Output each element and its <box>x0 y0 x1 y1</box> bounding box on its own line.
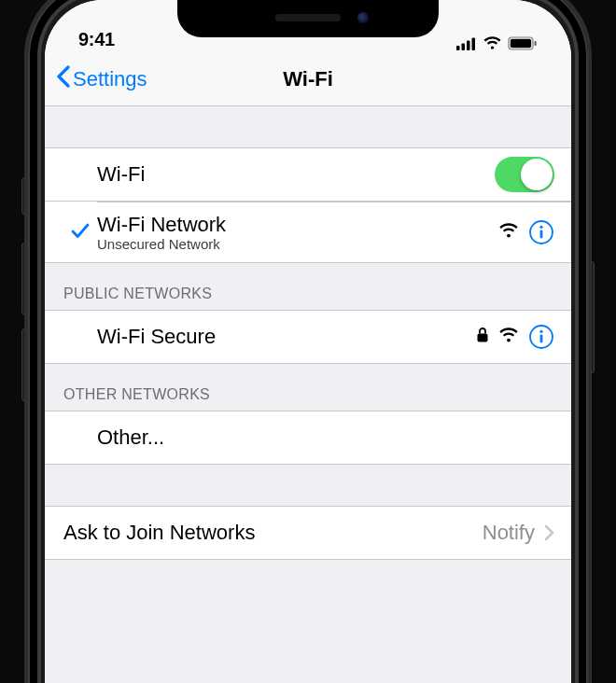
ask-to-join-value: Notify <box>483 521 535 545</box>
svg-rect-13 <box>540 334 543 342</box>
chevron-left-icon <box>56 65 71 93</box>
content: Wi-Fi Wi-Fi Network Unsecured Network <box>45 106 571 560</box>
public-network-name: Wi-Fi Secure <box>97 325 476 349</box>
svg-rect-1 <box>462 43 466 50</box>
wifi-icon <box>483 36 502 50</box>
speaker-grill <box>275 14 341 21</box>
chevron-right-icon <box>544 524 554 541</box>
other-label: Other... <box>97 425 554 450</box>
wifi-switch[interactable] <box>495 157 554 192</box>
svg-point-12 <box>539 330 542 333</box>
connected-network-row[interactable]: Wi-Fi Network Unsecured Network <box>45 202 571 263</box>
ask-to-join-label: Ask to Join Networks <box>63 521 483 545</box>
public-networks-header: PUBLIC NETWORKS <box>45 263 571 310</box>
svg-rect-2 <box>467 40 470 50</box>
other-network-row[interactable]: Other... <box>45 411 571 465</box>
switch-knob <box>521 159 553 190</box>
back-button[interactable]: Settings <box>45 65 147 93</box>
cellular-icon <box>456 37 477 50</box>
info-button[interactable] <box>528 219 554 245</box>
battery-icon <box>508 36 538 50</box>
volume-down-button <box>21 328 27 401</box>
svg-rect-5 <box>511 39 531 48</box>
svg-point-8 <box>539 225 542 228</box>
svg-rect-0 <box>456 46 460 50</box>
front-camera <box>357 12 369 23</box>
notch <box>177 0 439 37</box>
silent-switch <box>21 177 27 215</box>
info-button[interactable] <box>528 324 554 350</box>
network-subtitle: Unsecured Network <box>97 236 498 252</box>
svg-rect-10 <box>478 334 488 342</box>
svg-rect-6 <box>535 41 537 46</box>
ask-to-join-row[interactable]: Ask to Join Networks Notify <box>45 506 571 560</box>
status-indicators <box>456 36 538 50</box>
checkmark-icon <box>70 220 91 244</box>
section-gap <box>45 106 571 147</box>
nav-bar: Settings Wi-Fi <box>45 52 571 106</box>
lock-icon <box>476 325 489 349</box>
back-label: Settings <box>73 67 147 91</box>
volume-up-button <box>21 243 27 315</box>
wifi-signal-icon <box>498 220 519 244</box>
public-network-row[interactable]: Wi-Fi Secure <box>45 310 571 364</box>
section-gap <box>45 465 571 506</box>
status-time: 9:41 <box>78 29 115 50</box>
svg-rect-9 <box>540 230 543 238</box>
network-name: Wi-Fi Network <box>97 213 498 237</box>
wifi-toggle-row[interactable]: Wi-Fi <box>45 147 571 202</box>
wifi-toggle-label: Wi-Fi <box>97 162 495 187</box>
other-networks-header: OTHER NETWORKS <box>45 364 571 411</box>
wifi-signal-icon <box>498 325 519 349</box>
svg-rect-3 <box>472 37 476 50</box>
screen: 9:41 <box>45 0 571 683</box>
side-button <box>589 261 595 373</box>
